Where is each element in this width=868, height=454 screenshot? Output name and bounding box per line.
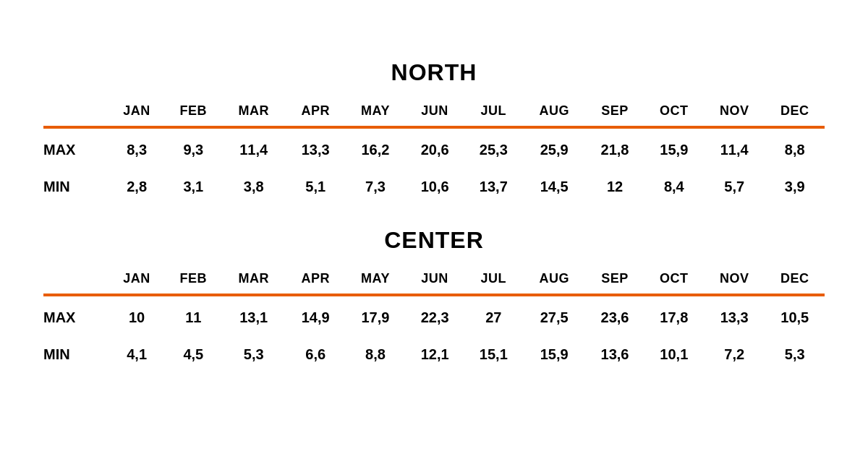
north-max-aug: 25,9 [523, 127, 586, 168]
north-col-apr: APR [286, 99, 345, 127]
north-col-dec: DEC [765, 99, 825, 127]
table-row: MAX101113,114,917,922,32727,523,617,813,… [43, 295, 825, 336]
north-max-sep: 21,8 [585, 127, 644, 168]
north-min-jan: 2,8 [109, 168, 165, 205]
center-min-jun: 12,1 [406, 336, 464, 373]
north-col-jan: JAN [109, 99, 165, 127]
center-table: JAN FEB MAR APR MAY JUN JUL AUG SEP OCT … [43, 267, 825, 373]
north-max-dec: 8,8 [765, 127, 825, 168]
north-col-aug: AUG [523, 99, 586, 127]
center-row-label-max: MAX [43, 295, 109, 336]
north-header-empty [43, 99, 109, 127]
north-col-jun: JUN [406, 99, 464, 127]
center-max-sep: 23,6 [585, 295, 644, 336]
center-min-nov: 7,2 [704, 336, 765, 373]
center-col-oct: OCT [644, 267, 704, 295]
table-row: MIN2,83,13,85,17,310,613,714,5128,45,73,… [43, 168, 825, 205]
north-min-dec: 3,9 [765, 168, 825, 205]
north-max-nov: 11,4 [704, 127, 765, 168]
center-col-aug: AUG [523, 267, 586, 295]
north-max-mar: 11,4 [221, 127, 286, 168]
north-row-label-max: MAX [43, 127, 109, 168]
north-max-jan: 8,3 [109, 127, 165, 168]
center-min-may: 8,8 [345, 336, 405, 373]
center-min-oct: 10,1 [644, 336, 704, 373]
north-row-label-min: MIN [43, 168, 109, 205]
north-min-jun: 10,6 [406, 168, 464, 205]
center-col-nov: NOV [704, 267, 765, 295]
center-header-empty [43, 267, 109, 295]
north-max-may: 16,2 [345, 127, 405, 168]
center-min-sep: 13,6 [585, 336, 644, 373]
center-min-mar: 5,3 [221, 336, 286, 373]
north-min-jul: 13,7 [464, 168, 523, 205]
center-min-dec: 5,3 [765, 336, 825, 373]
north-col-nov: NOV [704, 99, 765, 127]
north-min-oct: 8,4 [644, 168, 704, 205]
table-row: MAX8,39,311,413,316,220,625,325,921,815,… [43, 127, 825, 168]
north-min-may: 7,3 [345, 168, 405, 205]
north-col-mar: MAR [221, 99, 286, 127]
north-min-sep: 12 [585, 168, 644, 205]
center-max-apr: 14,9 [286, 295, 345, 336]
north-col-sep: SEP [585, 99, 644, 127]
center-max-mar: 13,1 [221, 295, 286, 336]
center-max-feb: 11 [165, 295, 221, 336]
center-max-nov: 13,3 [704, 295, 765, 336]
north-col-feb: FEB [165, 99, 221, 127]
north-max-jun: 20,6 [406, 127, 464, 168]
center-header-row: JAN FEB MAR APR MAY JUN JUL AUG SEP OCT … [43, 267, 825, 295]
center-col-jun: JUN [406, 267, 464, 295]
center-max-jan: 10 [109, 295, 165, 336]
center-min-jul: 15,1 [464, 336, 523, 373]
north-min-apr: 5,1 [286, 168, 345, 205]
north-max-feb: 9,3 [165, 127, 221, 168]
center-col-mar: MAR [221, 267, 286, 295]
center-min-aug: 15,9 [523, 336, 586, 373]
north-table: JAN FEB MAR APR MAY JUN JUL AUG SEP OCT … [43, 99, 825, 205]
center-max-oct: 17,8 [644, 295, 704, 336]
center-section: CENTER JAN FEB MAR APR MAY JUN JUL AUG S… [43, 227, 825, 373]
center-max-jun: 22,3 [406, 295, 464, 336]
north-section: NORTH JAN FEB MAR APR MAY JUN JUL AUG SE… [43, 59, 825, 205]
center-col-sep: SEP [585, 267, 644, 295]
center-col-dec: DEC [765, 267, 825, 295]
north-col-may: MAY [345, 99, 405, 127]
table-row: MIN4,14,55,36,68,812,115,115,913,610,17,… [43, 336, 825, 373]
north-min-aug: 14,5 [523, 168, 586, 205]
north-min-feb: 3,1 [165, 168, 221, 205]
north-header-row: JAN FEB MAR APR MAY JUN JUL AUG SEP OCT … [43, 99, 825, 127]
center-max-jul: 27 [464, 295, 523, 336]
north-max-oct: 15,9 [644, 127, 704, 168]
center-col-jul: JUL [464, 267, 523, 295]
center-min-feb: 4,5 [165, 336, 221, 373]
center-col-jan: JAN [109, 267, 165, 295]
center-title: CENTER [43, 227, 825, 254]
center-col-apr: APR [286, 267, 345, 295]
north-min-nov: 5,7 [704, 168, 765, 205]
center-col-feb: FEB [165, 267, 221, 295]
north-col-jul: JUL [464, 99, 523, 127]
center-row-label-min: MIN [43, 336, 109, 373]
center-min-jan: 4,1 [109, 336, 165, 373]
center-max-may: 17,9 [345, 295, 405, 336]
center-min-apr: 6,6 [286, 336, 345, 373]
north-max-jul: 25,3 [464, 127, 523, 168]
center-col-may: MAY [345, 267, 405, 295]
north-max-apr: 13,3 [286, 127, 345, 168]
center-max-aug: 27,5 [523, 295, 586, 336]
center-max-dec: 10,5 [765, 295, 825, 336]
north-min-mar: 3,8 [221, 168, 286, 205]
north-title: NORTH [43, 59, 825, 86]
north-col-oct: OCT [644, 99, 704, 127]
